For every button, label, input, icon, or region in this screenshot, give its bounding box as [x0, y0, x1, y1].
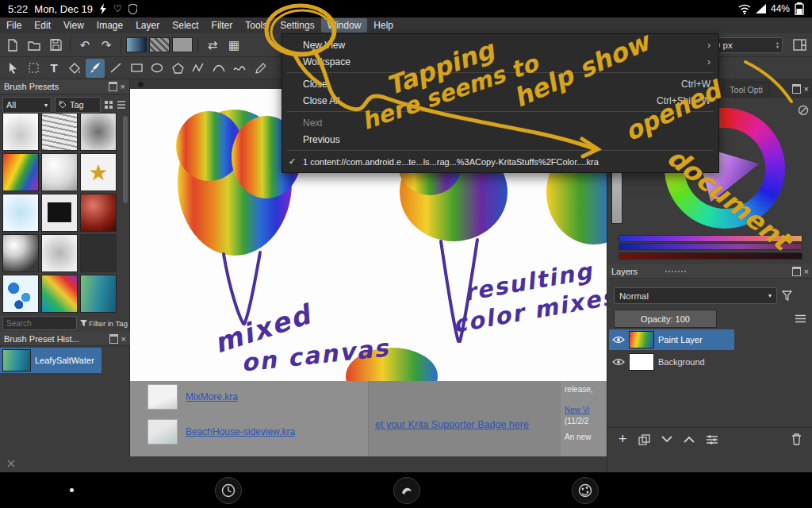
freehand-brush-tool[interactable] [86, 59, 105, 78]
search-input[interactable] [2, 316, 77, 330]
brush-history-item[interactable]: LeafySaltWater [0, 348, 102, 373]
menu-layer[interactable]: Layer [129, 18, 166, 33]
visibility-eye-icon[interactable] [612, 358, 625, 366]
shade-strip[interactable] [619, 252, 802, 260]
brush-preset-thumbnail[interactable] [80, 194, 117, 232]
polygon-tool[interactable] [168, 59, 187, 78]
shade-strip[interactable] [619, 235, 802, 242]
taskbar-dot[interactable] [70, 488, 74, 492]
close-docker-icon[interactable]: × [121, 83, 125, 90]
recent-file-row[interactable]: BeachHouse-sideview.kra [147, 419, 295, 444]
color-settings-icon[interactable] [798, 105, 809, 116]
taskbar-app-icon-3[interactable] [572, 477, 599, 504]
polyline-tool[interactable] [189, 59, 208, 78]
brush-preset-thumbnail[interactable] [2, 234, 39, 272]
close-docker-icon[interactable]: × [804, 85, 809, 93]
new-document-button[interactable] [3, 36, 22, 55]
menu-edit[interactable]: Edit [28, 18, 57, 33]
rectangle-tool[interactable] [127, 59, 146, 78]
file-link[interactable]: BeachHouse-sideview.kra [186, 426, 295, 437]
shade-strip[interactable] [619, 243, 802, 250]
move-layer-up-button[interactable] [684, 436, 695, 443]
preset-scrollbar[interactable] [123, 116, 128, 203]
float-docker-icon[interactable] [109, 334, 118, 344]
brush-preset-thumbnail[interactable] [2, 113, 39, 151]
brush-history-title-bar[interactable]: Brush Preset Hist... × [0, 332, 130, 346]
preset-view-grid-icon[interactable] [104, 100, 113, 110]
blend-mode-dropdown[interactable]: Normal ▾ [614, 287, 777, 304]
layer-options-menu-icon[interactable] [795, 314, 806, 323]
taskbar-app-icon-2[interactable] [393, 477, 420, 504]
tag-button[interactable]: Tag [55, 97, 101, 113]
menu-file[interactable]: File [0, 18, 28, 33]
delete-layer-button[interactable] [791, 433, 802, 445]
menu-item-new-view[interactable]: New View › [282, 37, 718, 53]
float-docker-icon[interactable] [792, 84, 801, 94]
menu-item-open-document[interactable]: ✓ 1 content://com.android.e...te...ls...… [282, 153, 718, 170]
ellipse-tool[interactable] [147, 59, 167, 78]
menu-item-workspace[interactable]: Workspace › [282, 53, 718, 70]
close-docker-icon[interactable]: × [804, 267, 809, 275]
redo-button[interactable]: ↷ [97, 36, 116, 55]
workspace-chooser-button[interactable] [790, 36, 809, 55]
layer-properties-button[interactable] [706, 435, 718, 444]
wrap-around-button[interactable]: ▦ [224, 36, 243, 55]
menu-view[interactable]: View [57, 18, 90, 33]
tab-tool-options[interactable]: Tool Opti [722, 82, 769, 97]
add-layer-button[interactable]: + [619, 431, 627, 448]
layer-row-background[interactable]: Background [609, 352, 811, 372]
gradient-chooser[interactable] [126, 37, 147, 52]
file-link[interactable]: MixMore.kra [186, 391, 238, 402]
brush-preset-thumbnail[interactable] [41, 194, 78, 232]
float-docker-icon[interactable] [792, 267, 801, 276]
transform-tool[interactable] [24, 59, 43, 78]
side-link[interactable]: New Vi [565, 405, 607, 416]
brush-preset-thumbnail[interactable] [41, 153, 78, 191]
menu-window[interactable]: Window [321, 18, 368, 33]
preset-filter-dropdown[interactable]: All ▾ [2, 97, 52, 113]
bezier-curve-tool[interactable] [209, 59, 228, 78]
brush-preset-thumbnail[interactable] [41, 234, 78, 272]
save-button[interactable] [46, 36, 65, 55]
dynamic-brush-tool[interactable] [251, 59, 270, 78]
line-tool[interactable] [106, 59, 125, 78]
brush-preset-thumbnail[interactable] [80, 275, 117, 313]
menu-item-close[interactable]: Close Ctrl+W [282, 75, 718, 92]
menu-item-close-all[interactable]: Close All Ctrl+Shift+W [282, 92, 718, 109]
menu-help[interactable]: Help [367, 18, 400, 33]
brush-presets-title-bar[interactable]: Brush Presets × [0, 79, 129, 94]
layer-row-paint-layer[interactable]: Paint Layer [609, 329, 734, 350]
mirror-view-button[interactable]: ⇄ [203, 36, 222, 55]
open-document-button[interactable] [25, 36, 44, 55]
filter-in-tag-toggle[interactable]: Filter in Tag [80, 319, 128, 328]
text-tool[interactable]: T [44, 59, 63, 78]
menu-filter[interactable]: Filter [205, 18, 239, 33]
brush-preset-thumbnail[interactable] [2, 275, 39, 313]
freehand-path-tool[interactable] [230, 59, 249, 78]
brush-preset-thumbnail[interactable] [80, 113, 117, 151]
recent-file-row[interactable]: MixMore.kra [147, 384, 238, 410]
brush-preset-thumbnail[interactable] [41, 113, 78, 151]
float-docker-icon[interactable] [109, 82, 117, 91]
spinbox-arrows-icon[interactable]: ▴▾ [776, 41, 779, 49]
docker-grip[interactable] [665, 271, 686, 272]
undo-button[interactable]: ↶ [75, 36, 94, 55]
layers-title-bar[interactable]: Layers × [607, 264, 812, 279]
layer-filter-funnel-icon[interactable] [782, 291, 792, 301]
menu-image[interactable]: Image [90, 18, 129, 33]
select-tool[interactable] [3, 59, 22, 78]
menu-item-previous[interactable]: Previous [282, 131, 718, 148]
brush-preset-thumbnail[interactable]: ★ [80, 153, 117, 191]
pattern-chooser[interactable] [149, 37, 170, 52]
preset-view-list-icon[interactable] [117, 101, 126, 109]
brush-preset-thumbnail[interactable] [2, 194, 39, 232]
brush-preset-thumbnail[interactable] [41, 275, 78, 313]
menu-select[interactable]: Select [166, 18, 205, 33]
taskbar-app-icon-1[interactable] [215, 477, 242, 504]
menu-tools[interactable]: Tools [239, 18, 274, 33]
close-docker-icon[interactable]: × [121, 335, 126, 343]
brush-preset-thumbnail[interactable] [80, 234, 117, 272]
duplicate-layer-button[interactable] [638, 434, 650, 445]
opacity-slider[interactable]: Opacity: 100 [614, 310, 717, 328]
visibility-eye-icon[interactable] [612, 336, 625, 344]
